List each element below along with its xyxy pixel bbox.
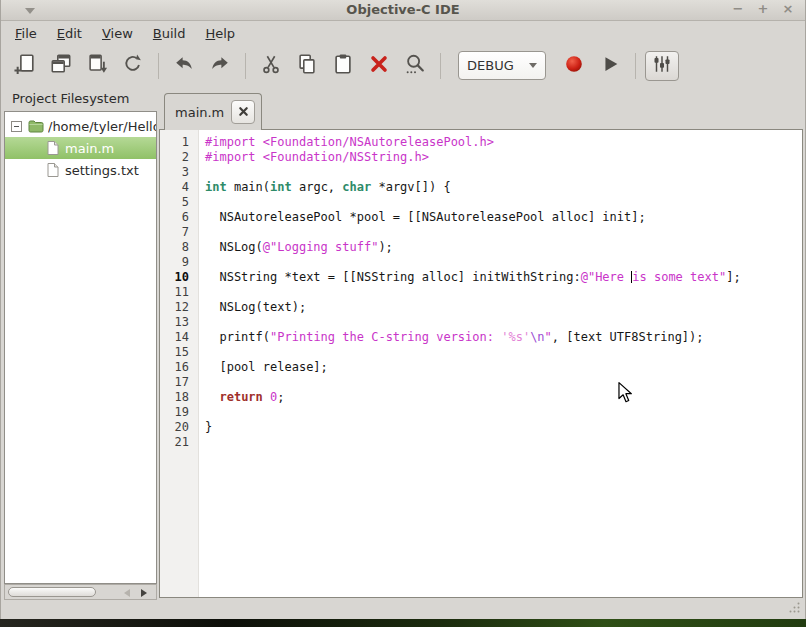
save-file-button[interactable]: [81, 50, 113, 82]
chevron-down-icon: [529, 63, 537, 68]
line-number: 14: [160, 330, 198, 345]
code-line-16[interactable]: [pool release];: [205, 360, 802, 375]
line-number: 17: [160, 375, 198, 390]
line-number: 10: [160, 270, 198, 285]
line-number: 16: [160, 360, 198, 375]
resize-grip[interactable]: [787, 600, 801, 614]
toolbar-separator: [440, 53, 441, 79]
line-number: 6: [160, 210, 198, 225]
ide-window: Objective-C IDE − + × FileEditViewBuildH…: [0, 0, 806, 619]
delete-icon: [368, 53, 390, 78]
code-editor[interactable]: 123456789101112131415161718192021 #impor…: [159, 129, 803, 598]
code-area[interactable]: #import <Foundation/NSAutoreleasePool.h>…: [199, 130, 802, 597]
copy-button[interactable]: [291, 50, 323, 82]
line-number: 15: [160, 345, 198, 360]
menu-build[interactable]: Build: [143, 24, 196, 43]
toolbar-separator: [158, 53, 159, 79]
code-line-20[interactable]: }: [205, 420, 802, 435]
code-line-18[interactable]: return 0;: [205, 390, 802, 405]
menu-file[interactable]: File: [5, 24, 47, 43]
undo-icon: [173, 53, 195, 78]
line-number: 8: [160, 240, 198, 255]
tree-item-label: settings.txt: [65, 163, 139, 178]
code-line-8[interactable]: NSLog(@"Logging stuff");: [205, 240, 802, 255]
tab-close-button[interactable]: [231, 100, 255, 124]
tree-item-settings-txt[interactable]: settings.txt: [5, 159, 156, 181]
cut-icon: [260, 53, 282, 78]
menu-edit[interactable]: Edit: [47, 24, 92, 43]
code-line-17[interactable]: [205, 375, 802, 390]
line-number: 1: [160, 135, 198, 150]
code-line-21[interactable]: [205, 435, 802, 450]
code-line-2[interactable]: #import <Foundation/NSString.h>: [205, 150, 802, 165]
preferences-button[interactable]: [645, 51, 679, 81]
save-file-icon: [86, 53, 108, 78]
titlebar: Objective-C IDE − + ×: [1, 0, 805, 21]
maximize-button[interactable]: +: [756, 1, 770, 16]
sliders-icon: [651, 53, 673, 78]
code-line-1[interactable]: #import <Foundation/NSAutoreleasePool.h>: [205, 135, 802, 150]
tab-main-m[interactable]: main.m: [164, 93, 262, 130]
line-number: 21: [160, 435, 198, 450]
code-line-15[interactable]: [205, 345, 802, 360]
run-icon: [599, 53, 621, 78]
scroll-left-icon[interactable]: [124, 589, 130, 597]
line-number: 12: [160, 300, 198, 315]
cut-button[interactable]: [255, 50, 287, 82]
undo-button[interactable]: [168, 50, 200, 82]
paste-icon: [332, 53, 354, 78]
code-line-6[interactable]: NSAutoreleasePool *pool = [[NSAutoreleas…: [205, 210, 802, 225]
line-number-gutter: 123456789101112131415161718192021: [160, 130, 199, 597]
panel-header: Project Filesystem: [4, 88, 157, 110]
scrollbar-thumb[interactable]: [8, 587, 96, 597]
code-line-5[interactable]: [205, 195, 802, 210]
line-number: 11: [160, 285, 198, 300]
resize-grip-icon: [787, 600, 801, 619]
horizontal-scrollbar[interactable]: [4, 584, 157, 600]
window-controls: − + ×: [731, 1, 795, 16]
find-icon: [404, 53, 426, 78]
build-profile-select[interactable]: DEBUG: [458, 51, 546, 80]
tree-item-label: main.m: [65, 141, 114, 156]
code-line-3[interactable]: [205, 165, 802, 180]
line-number: 13: [160, 315, 198, 330]
code-line-14[interactable]: printf("Printing the C-string version: '…: [205, 330, 802, 345]
tree-item-home-tyler-hello[interactable]: /home/tyler/Hello: [5, 115, 156, 137]
delete-button[interactable]: [363, 50, 395, 82]
code-line-19[interactable]: [205, 405, 802, 420]
expander-minus-icon[interactable]: [11, 121, 22, 132]
paste-button[interactable]: [327, 50, 359, 82]
line-number: 18: [160, 390, 198, 405]
file-tree: /home/tyler/Hellomain.msettings.txt: [4, 111, 157, 584]
code-line-12[interactable]: NSLog(text);: [205, 300, 802, 315]
new-file-button[interactable]: [9, 50, 41, 82]
close-button[interactable]: ×: [781, 1, 795, 16]
code-line-4[interactable]: int main(int argc, char *argv[]) {: [205, 180, 802, 195]
folder-icon: [28, 118, 44, 134]
code-line-10[interactable]: NSString *text = [[NSString alloc] initW…: [205, 270, 802, 285]
line-number: 7: [160, 225, 198, 240]
file-icon: [45, 162, 61, 178]
record-button[interactable]: [558, 50, 590, 82]
code-line-13[interactable]: [205, 315, 802, 330]
close-icon: [238, 105, 249, 120]
redo-icon: [209, 53, 231, 78]
line-number: 5: [160, 195, 198, 210]
code-line-7[interactable]: [205, 225, 802, 240]
find-button[interactable]: [399, 50, 431, 82]
redo-button[interactable]: [204, 50, 236, 82]
tree-item-main-m[interactable]: main.m: [5, 137, 156, 159]
menu-help[interactable]: Help: [195, 24, 245, 43]
open-file-button[interactable]: [45, 50, 77, 82]
minimize-button[interactable]: −: [731, 1, 745, 16]
run-button[interactable]: [594, 50, 626, 82]
menu-view[interactable]: View: [92, 24, 143, 43]
toolbar-separator: [245, 53, 246, 79]
file-icon: [45, 140, 61, 156]
record-icon: [563, 53, 585, 78]
line-number: 2: [160, 150, 198, 165]
code-line-9[interactable]: [205, 255, 802, 270]
code-line-11[interactable]: [205, 285, 802, 300]
revert-button[interactable]: [117, 50, 149, 82]
scroll-right-icon[interactable]: [141, 589, 147, 597]
